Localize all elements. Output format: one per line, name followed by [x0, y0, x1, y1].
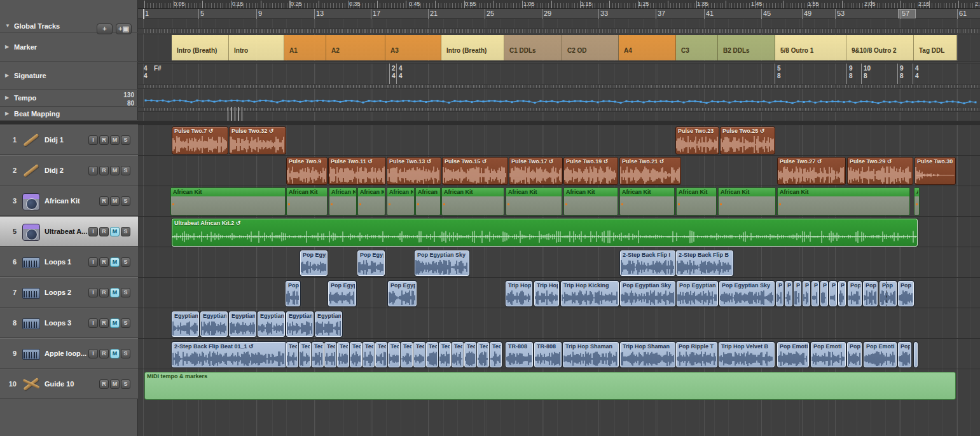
time-signature[interactable]: 9 8 — [900, 65, 904, 80]
track-header-loops-1[interactable]: 6Loops 1IRMS — [0, 247, 138, 277]
track-header-guide-10[interactable]: 10Guide 10RMS — [0, 369, 138, 399]
region[interactable]: Trip Hop Kicking — [506, 281, 532, 306]
region[interactable]: African Kit — [329, 187, 357, 215]
beat-mapping-tick[interactable] — [238, 107, 239, 121]
region[interactable]: Pulse Two.25 ↺ — [720, 126, 775, 154]
mute-button[interactable]: M — [110, 196, 120, 206]
region[interactable]: Pop — [898, 342, 911, 367]
region[interactable]: Pulse Two.17 ↺ — [509, 157, 563, 185]
marker-region[interactable]: 5/8 Outro 1 — [775, 35, 846, 60]
marker-track-header[interactable]: ▶ Marker — [0, 33, 138, 62]
bar-ruler[interactable]: 15913172125293337414549535761 — [138, 9, 980, 19]
region[interactable]: Tec — [286, 342, 298, 367]
track-header-apple-loop[interactable]: 9Apple loop...IRMS — [0, 338, 138, 369]
solo-button[interactable]: S — [121, 379, 130, 389]
region[interactable]: Pop Egyptian Sky — [300, 250, 328, 276]
region[interactable]: Pop — [847, 342, 862, 367]
region[interactable]: Pop Egyptian Sky — [677, 281, 718, 306]
beat-mapping-tick[interactable] — [235, 107, 235, 121]
mute-button[interactable]: M — [110, 227, 120, 236]
solo-button[interactable]: S — [121, 196, 130, 206]
region[interactable]: 2-Step Back Flip I — [620, 250, 675, 276]
record-enable-button[interactable]: R — [99, 196, 109, 206]
time-signature[interactable]: 10 8 — [864, 65, 871, 80]
time-signature[interactable]: 4 4 — [915, 65, 919, 80]
region[interactable]: TR-808 — [534, 342, 562, 367]
beat-mapping-band[interactable] — [138, 112, 980, 121]
track-lane-1[interactable]: Pulse Two.7 ↺Pulse Two.32 ↺Pulse Two.23P… — [138, 125, 980, 155]
solo-button[interactable]: S — [121, 227, 130, 236]
region[interactable]: African Kit — [914, 187, 920, 215]
region[interactable]: Tec — [413, 342, 425, 367]
region[interactable]: Trip Hop Kicking — [561, 281, 619, 306]
beat-mapping-tick[interactable] — [228, 107, 228, 121]
region[interactable]: Tec — [388, 342, 400, 367]
track-lane-10[interactable]: MIDI tempo & markers — [138, 369, 980, 399]
region[interactable]: Tec — [324, 342, 336, 367]
track-name[interactable]: Ultrabeat A... — [45, 217, 87, 246]
record-enable-button[interactable]: R — [99, 318, 109, 328]
track-header-african-kit[interactable]: 3African KitRMS — [0, 186, 138, 216]
mute-button[interactable]: M — [110, 318, 120, 328]
region[interactable]: Pulse Two.30 — [914, 157, 956, 185]
input-monitor-button[interactable]: I — [88, 288, 98, 297]
mute-button[interactable]: M — [110, 257, 120, 267]
region[interactable]: Pop Egyptian Sky — [415, 250, 469, 276]
region[interactable]: African Kit — [619, 187, 675, 215]
region[interactable]: African Kit — [777, 187, 910, 215]
region[interactable]: Pulse Two.29 ↺ — [847, 157, 913, 185]
disclosure-triangle-icon[interactable]: ▶ — [5, 44, 9, 50]
mute-button[interactable]: M — [110, 288, 120, 297]
region[interactable]: Pop Egyptian Sky — [388, 281, 417, 306]
time-signature[interactable]: 4 4 — [399, 65, 403, 80]
record-enable-button[interactable]: R — [99, 379, 109, 389]
track-header-loops-3[interactable]: 8Loops 3IRMS — [0, 308, 138, 338]
track-name[interactable]: Guide 10 — [45, 369, 74, 399]
region[interactable]: African Kit — [441, 187, 504, 215]
track-name[interactable]: African Kit — [45, 186, 80, 215]
track-lane-2[interactable]: Pulse Two.9Pulse Two.11 ↺Pulse Two.13 ↺P… — [138, 155, 980, 186]
track-header-didj-1[interactable]: 1Didj 1IRMS — [0, 125, 138, 155]
region[interactable]: TR-808 — [506, 342, 533, 367]
region[interactable]: Pop Egyptian Sky — [286, 281, 300, 306]
beat-mapping-track-header[interactable]: ▶ Beat Mapping — [0, 107, 138, 121]
region[interactable]: African Kit — [415, 187, 441, 215]
region[interactable]: Trip Hop Shaman — [563, 342, 619, 367]
tempo-track-header[interactable]: ▶ Tempo 130 80 — [0, 90, 138, 107]
time-signature[interactable]: 5 8 — [777, 65, 781, 80]
disclosure-triangle-icon[interactable]: ▶ — [5, 95, 9, 100]
playhead-handle[interactable] — [143, 9, 144, 19]
mute-button[interactable]: M — [110, 135, 120, 145]
region[interactable]: Pulse Two.7 ↺ — [172, 126, 228, 154]
input-monitor-button[interactable]: I — [88, 257, 98, 267]
marker-region[interactable]: A2 — [326, 35, 385, 60]
region[interactable]: P — [838, 281, 846, 306]
region[interactable]: Egyptian — [229, 311, 256, 337]
region[interactable]: Pop Emoti — [777, 342, 809, 367]
track-lane-8[interactable]: EgyptianEgyptianEgyptianEgyptianEgyptian… — [138, 308, 980, 338]
region[interactable]: Pop Egyptian Sky — [357, 250, 385, 276]
time-ruler[interactable]: 0:050:150:250:350:450:551:051:151:251:35… — [138, 0, 980, 9]
track-lane-6[interactable]: Pop Egyptian SkyPop Egyptian SkyPop Egyp… — [138, 247, 980, 277]
region[interactable]: Tec — [375, 342, 387, 367]
region[interactable]: African Kit — [676, 187, 717, 215]
marker-region[interactable]: A4 — [619, 35, 676, 60]
disclosure-triangle-icon[interactable]: ▶ — [5, 72, 9, 78]
region[interactable]: African Kit — [170, 187, 286, 215]
track-name[interactable]: Didj 2 — [45, 156, 64, 185]
input-monitor-button[interactable]: I — [88, 227, 98, 236]
marker-region[interactable]: 9&10/8 Outro 2 — [846, 35, 914, 60]
region[interactable]: P — [820, 281, 828, 306]
region[interactable]: Pulse Two.32 ↺ — [229, 126, 286, 154]
region[interactable]: Pop — [880, 281, 897, 306]
region[interactable]: Tec — [464, 342, 476, 367]
track-name[interactable]: Loops 2 — [45, 278, 71, 307]
record-enable-button[interactable]: R — [99, 166, 109, 175]
disclosure-triangle-icon[interactable]: ▶ — [5, 111, 9, 116]
solo-button[interactable]: S — [121, 349, 130, 358]
region[interactable]: P — [829, 281, 837, 306]
track-lane-5[interactable]: Ultrabeat African Kit.2 ↺ — [138, 216, 980, 247]
track-header-ultrabeat-a[interactable]: 5Ultrabeat A...IRMS — [0, 216, 138, 247]
region[interactable]: 2-Step Back Flip B — [676, 250, 733, 276]
region[interactable]: P — [803, 281, 810, 306]
